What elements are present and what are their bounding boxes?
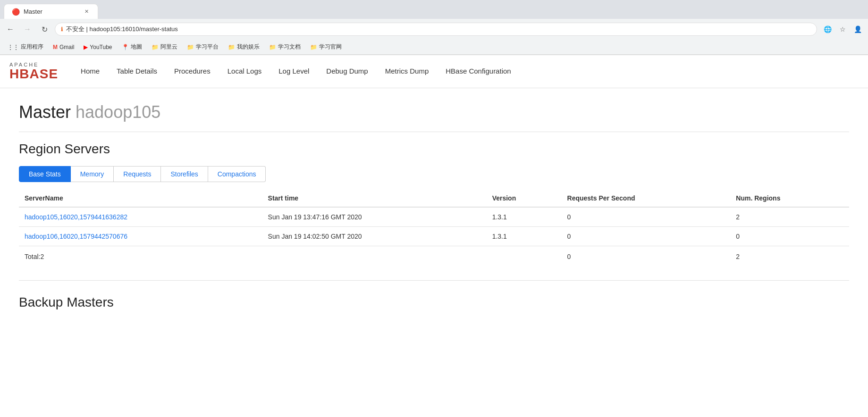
master-label: Master <box>19 102 71 122</box>
bookmark-learning-platform[interactable]: 📁 学习平台 <box>183 42 222 52</box>
bookmarks-bar: ⋮⋮ 应用程序 M Gmail ▶ YouTube 📍 地圖 📁 阿里云 📁 学… <box>0 40 868 55</box>
folder-icon-2: 📁 <box>187 44 194 50</box>
tab-title: Master <box>24 8 42 15</box>
tab-requests[interactable]: Requests <box>114 166 161 182</box>
hbase-logo: APACHE HBASE <box>9 62 58 81</box>
nav-procedures[interactable]: Procedures <box>166 63 219 80</box>
nav-local-logs[interactable]: Local Logs <box>219 63 270 80</box>
total-requests: 0 <box>562 246 731 267</box>
total-empty-2 <box>487 246 562 267</box>
nav-metrics-dump[interactable]: Metrics Dump <box>377 63 438 80</box>
gmail-icon: M <box>53 44 58 50</box>
hbase-content: Master hadoop105 Region Servers Base Sta… <box>0 88 868 324</box>
tab-favicon: 🔴 <box>12 8 20 16</box>
table-row: hadoop105,16020,1579441636282 Sun Jan 19… <box>19 207 849 227</box>
col-version: Version <box>487 190 562 207</box>
bookmark-youtube[interactable]: ▶ YouTube <box>80 42 116 52</box>
nav-table-details[interactable]: Table Details <box>108 63 166 80</box>
tab-bar: 🔴 Master ✕ <box>0 0 868 19</box>
start-time-1: Sun Jan 19 13:47:16 GMT 2020 <box>262 207 487 227</box>
translate-button[interactable]: 🌐 <box>821 23 834 36</box>
nav-hbase-configuration[interactable]: HBase Configuration <box>437 63 519 80</box>
tab-memory[interactable]: Memory <box>71 166 114 182</box>
tab-storefiles[interactable]: Storefiles <box>161 166 208 182</box>
back-button[interactable]: ← <box>4 23 17 36</box>
bookmark-aliyun[interactable]: 📁 阿里云 <box>148 42 181 52</box>
youtube-icon: ▶ <box>84 44 88 50</box>
nav-debug-dump[interactable]: Debug Dump <box>318 63 376 80</box>
active-tab[interactable]: 🔴 Master ✕ <box>4 4 98 19</box>
forward-button[interactable]: → <box>21 23 34 36</box>
hbase-app: APACHE HBASE Home Table Details Procedur… <box>0 55 868 414</box>
region-servers-table: ServerName Start time Version Requests P… <box>19 190 849 266</box>
version-1: 1.3.1 <box>487 207 562 227</box>
server-name-2: hadoop106,16020,1579442570676 <box>19 227 262 246</box>
bookmark-learning-site-label: 学习官网 <box>319 43 342 51</box>
region-servers-tabs: Base Stats Memory Requests Storefiles Co… <box>19 166 849 182</box>
bookmark-aliyun-label: 阿里云 <box>160 43 177 51</box>
browser-chrome: 🔴 Master ✕ ← → ↻ ℹ 不安全 | hadoop105:16010… <box>0 0 868 55</box>
total-empty-1 <box>262 246 487 267</box>
profile-button[interactable]: 👤 <box>851 23 864 36</box>
bookmark-learning-site[interactable]: 📁 学习官网 <box>306 42 346 52</box>
col-start-time: Start time <box>262 190 487 207</box>
total-row: Total:2 0 2 <box>19 246 849 267</box>
backup-masters-title: Backup Masters <box>19 295 849 310</box>
num-regions-1: 2 <box>730 207 849 227</box>
col-server-name: ServerName <box>19 190 262 207</box>
nav-log-level[interactable]: Log Level <box>270 63 318 80</box>
section-divider-2 <box>19 280 849 281</box>
close-tab-button[interactable]: ✕ <box>83 8 90 16</box>
nav-bar: ← → ↻ ℹ 不安全 | hadoop105:16010/master-sta… <box>0 19 868 40</box>
server-name-1: hadoop105,16020,1579441636282 <box>19 207 262 227</box>
folder-icon-5: 📁 <box>310 44 317 50</box>
total-regions: 2 <box>730 246 849 267</box>
reload-button[interactable]: ↻ <box>38 23 51 36</box>
bookmark-entertainment[interactable]: 📁 我的娱乐 <box>224 42 263 52</box>
col-num-regions: Num. Regions <box>730 190 849 207</box>
apps-icon: ⋮⋮ <box>8 44 19 50</box>
url-display: 不安全 | hadoop105:16010/master-status <box>66 25 178 33</box>
section-divider-1 <box>19 132 849 132</box>
logo-hbase: HBASE <box>9 67 58 81</box>
nav-home[interactable]: Home <box>72 63 108 80</box>
bookmark-maps[interactable]: 📍 地圖 <box>118 42 146 52</box>
master-title: Master hadoop105 <box>19 102 849 122</box>
region-servers-title: Region Servers <box>19 142 849 157</box>
server-link-1[interactable]: hadoop105,16020,1579441636282 <box>25 213 127 221</box>
bookmark-learning-platform-label: 学习平台 <box>196 43 219 51</box>
maps-icon: 📍 <box>122 44 129 50</box>
bookmark-gmail[interactable]: M Gmail <box>49 42 78 52</box>
table-row: hadoop106,16020,1579442570676 Sun Jan 19… <box>19 227 849 246</box>
master-hostname-value: hadoop105 <box>76 102 160 122</box>
hbase-nav-links: Home Table Details Procedures Local Logs… <box>72 63 520 80</box>
tab-base-stats[interactable]: Base Stats <box>19 166 71 182</box>
bookmark-entertainment-label: 我的娱乐 <box>237 43 260 51</box>
folder-icon-3: 📁 <box>228 44 235 50</box>
address-bar[interactable]: ℹ 不安全 | hadoop105:16010/master-status <box>55 23 817 36</box>
bookmark-apps[interactable]: ⋮⋮ 应用程序 <box>4 42 47 52</box>
requests-1: 0 <box>562 207 731 227</box>
bookmark-youtube-label: YouTube <box>90 44 112 50</box>
start-time-2: Sun Jan 19 14:02:50 GMT 2020 <box>262 227 487 246</box>
tab-compactions[interactable]: Compactions <box>208 166 266 182</box>
total-label: Total:2 <box>19 246 262 267</box>
num-regions-2: 0 <box>730 227 849 246</box>
col-requests-per-second: Requests Per Second <box>562 190 731 207</box>
folder-icon-4: 📁 <box>269 44 276 50</box>
bookmark-learning-docs[interactable]: 📁 学习文档 <box>265 42 304 52</box>
bookmark-button[interactable]: ☆ <box>836 23 849 36</box>
server-link-2[interactable]: hadoop106,16020,1579442570676 <box>25 233 127 240</box>
requests-2: 0 <box>562 227 731 246</box>
table-header-row: ServerName Start time Version Requests P… <box>19 190 849 207</box>
bookmark-apps-label: 应用程序 <box>21 43 43 51</box>
folder-icon-1: 📁 <box>152 44 159 50</box>
version-2: 1.3.1 <box>487 227 562 246</box>
hbase-nav: APACHE HBASE Home Table Details Procedur… <box>0 55 868 88</box>
bookmark-learning-docs-label: 学习文档 <box>278 43 301 51</box>
security-icon: ℹ <box>61 26 63 33</box>
address-bar-actions: 🌐 ☆ 👤 <box>821 23 864 36</box>
bookmark-gmail-label: Gmail <box>59 44 74 50</box>
bookmark-maps-label: 地圖 <box>131 43 142 51</box>
